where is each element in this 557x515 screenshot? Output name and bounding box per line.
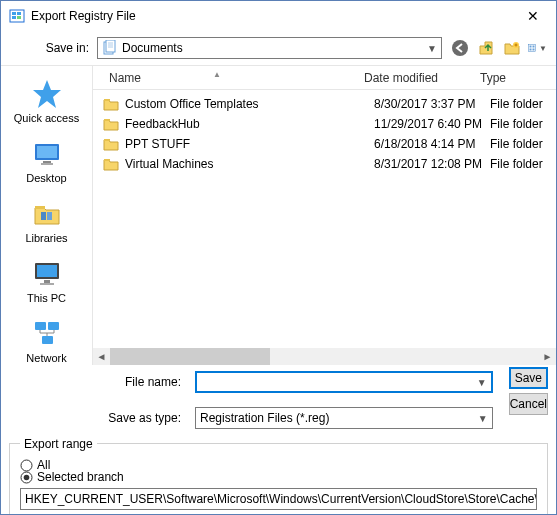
svg-rect-30 bbox=[42, 336, 53, 344]
col-date[interactable]: Date modified bbox=[358, 71, 474, 85]
sort-caret-icon: ▲ bbox=[213, 70, 221, 79]
save-as-type-label: Save as type: bbox=[17, 411, 187, 425]
place-label: This PC bbox=[27, 292, 66, 304]
network-icon bbox=[31, 318, 63, 350]
file-type-cell: File folder bbox=[490, 137, 556, 151]
file-type-cell: File folder bbox=[490, 97, 556, 111]
horizontal-scrollbar[interactable]: ◄ ► bbox=[93, 348, 556, 365]
file-date-cell: 8/31/2017 12:08 PM bbox=[374, 157, 490, 171]
svg-rect-21 bbox=[35, 206, 45, 209]
file-name-label: File name: bbox=[17, 375, 187, 389]
svg-rect-2 bbox=[17, 12, 21, 15]
radio-selected-branch[interactable]: Selected branch bbox=[20, 470, 537, 484]
radio-selected-label: Selected branch bbox=[37, 470, 124, 484]
title-bar: Export Registry File ✕ bbox=[1, 1, 556, 31]
new-folder-icon[interactable] bbox=[502, 38, 522, 58]
save-in-label: Save in: bbox=[9, 41, 89, 55]
file-rows: Custom Office Templates8/30/2017 3:37 PM… bbox=[93, 90, 556, 348]
svg-rect-6 bbox=[106, 40, 115, 52]
place-network[interactable]: Network bbox=[1, 314, 92, 368]
place-label: Desktop bbox=[26, 172, 66, 184]
place-label: Libraries bbox=[25, 232, 67, 244]
file-type-cell: File folder bbox=[490, 117, 556, 131]
svg-point-35 bbox=[21, 460, 32, 471]
table-row[interactable]: PPT STUFF6/18/2018 4:14 PMFile folder bbox=[93, 134, 556, 154]
branch-path-value: HKEY_CURRENT_USER\Software\Microsoft\Win… bbox=[25, 492, 537, 506]
col-name[interactable]: Name▲ bbox=[103, 71, 358, 85]
table-row[interactable]: Custom Office Templates8/30/2017 3:37 PM… bbox=[93, 94, 556, 114]
places-bar: Quick access Desktop Libraries This PC N… bbox=[1, 66, 93, 365]
back-icon[interactable] bbox=[450, 38, 470, 58]
main-area: Quick access Desktop Libraries This PC N… bbox=[1, 65, 556, 365]
svg-rect-14 bbox=[533, 46, 535, 48]
svg-rect-19 bbox=[43, 161, 51, 163]
svg-rect-18 bbox=[37, 146, 57, 158]
col-type[interactable]: Type bbox=[474, 71, 556, 85]
file-name-cell: Virtual Machines bbox=[125, 157, 374, 171]
folder-icon bbox=[103, 156, 119, 172]
branch-path-input[interactable]: HKEY_CURRENT_USER\Software\Microsoft\Win… bbox=[20, 488, 537, 510]
svg-rect-23 bbox=[47, 212, 52, 220]
scroll-track[interactable] bbox=[110, 348, 539, 365]
libraries-icon bbox=[31, 198, 63, 230]
radio-checked-icon bbox=[20, 471, 33, 484]
window-title: Export Registry File bbox=[31, 9, 510, 23]
this-pc-icon bbox=[31, 258, 63, 290]
svg-rect-28 bbox=[35, 322, 46, 330]
svg-rect-29 bbox=[48, 322, 59, 330]
file-date-cell: 6/18/2018 4:14 PM bbox=[374, 137, 490, 151]
file-date-cell: 11/29/2017 6:40 PM bbox=[374, 117, 490, 131]
file-date-cell: 8/30/2017 3:37 PM bbox=[374, 97, 490, 111]
close-button[interactable]: ✕ bbox=[510, 1, 556, 31]
svg-rect-22 bbox=[41, 212, 46, 220]
view-menu-icon[interactable]: ▼ bbox=[528, 38, 548, 58]
scroll-right-icon[interactable]: ► bbox=[539, 348, 556, 365]
svg-point-37 bbox=[24, 474, 30, 480]
place-label: Quick access bbox=[14, 112, 79, 124]
chevron-down-icon: ▼ bbox=[477, 377, 487, 388]
export-range-group: Export range All Selected branch HKEY_CU… bbox=[9, 443, 548, 515]
save-as-type-combo[interactable]: Registration Files (*.reg) ▼ bbox=[195, 407, 493, 429]
save-as-type-value: Registration Files (*.reg) bbox=[200, 411, 329, 425]
place-libraries[interactable]: Libraries bbox=[1, 194, 92, 248]
svg-rect-15 bbox=[530, 49, 532, 51]
svg-rect-34 bbox=[104, 159, 110, 161]
cancel-button[interactable]: Cancel bbox=[509, 393, 548, 415]
svg-rect-20 bbox=[41, 163, 53, 165]
table-row[interactable]: FeedbackHub11/29/2017 6:40 PMFile folder bbox=[93, 114, 556, 134]
svg-rect-32 bbox=[104, 119, 110, 121]
folder-icon bbox=[103, 116, 119, 132]
file-type-cell: File folder bbox=[490, 157, 556, 171]
chevron-down-icon: ▼ bbox=[478, 413, 488, 424]
svg-rect-4 bbox=[17, 16, 21, 19]
scroll-thumb[interactable] bbox=[110, 348, 270, 365]
save-in-row: Save in: Documents ▼ ▼ bbox=[1, 31, 556, 65]
chevron-down-icon: ▼ bbox=[427, 43, 437, 54]
documents-icon bbox=[102, 40, 118, 56]
quick-access-icon bbox=[31, 78, 63, 110]
table-row[interactable]: Virtual Machines8/31/2017 12:08 PMFile f… bbox=[93, 154, 556, 174]
toolbar-icons: ▼ bbox=[450, 38, 548, 58]
svg-rect-25 bbox=[37, 265, 57, 277]
column-headers: Name▲ Date modified Type bbox=[93, 66, 556, 90]
place-desktop[interactable]: Desktop bbox=[1, 134, 92, 188]
save-in-combo[interactable]: Documents ▼ bbox=[97, 37, 442, 59]
file-name-cell: Custom Office Templates bbox=[125, 97, 374, 111]
svg-point-10 bbox=[452, 40, 468, 56]
place-this-pc[interactable]: This PC bbox=[1, 254, 92, 308]
col-name-label: Name bbox=[109, 71, 141, 85]
svg-rect-13 bbox=[530, 46, 532, 48]
place-quick-access[interactable]: Quick access bbox=[1, 74, 92, 128]
up-icon[interactable] bbox=[476, 38, 496, 58]
save-button[interactable]: Save bbox=[509, 367, 548, 389]
svg-rect-26 bbox=[44, 280, 50, 283]
save-in-value: Documents bbox=[122, 41, 183, 55]
file-name-input[interactable]: ▼ bbox=[195, 371, 493, 393]
scroll-left-icon[interactable]: ◄ bbox=[93, 348, 110, 365]
file-list: Name▲ Date modified Type Custom Office T… bbox=[93, 66, 556, 365]
filename-area: File name: ▼ Save as type: Registration … bbox=[1, 365, 556, 437]
file-name-cell: FeedbackHub bbox=[125, 117, 374, 131]
svg-rect-1 bbox=[12, 12, 16, 15]
folder-icon bbox=[103, 96, 119, 112]
folder-icon bbox=[103, 136, 119, 152]
